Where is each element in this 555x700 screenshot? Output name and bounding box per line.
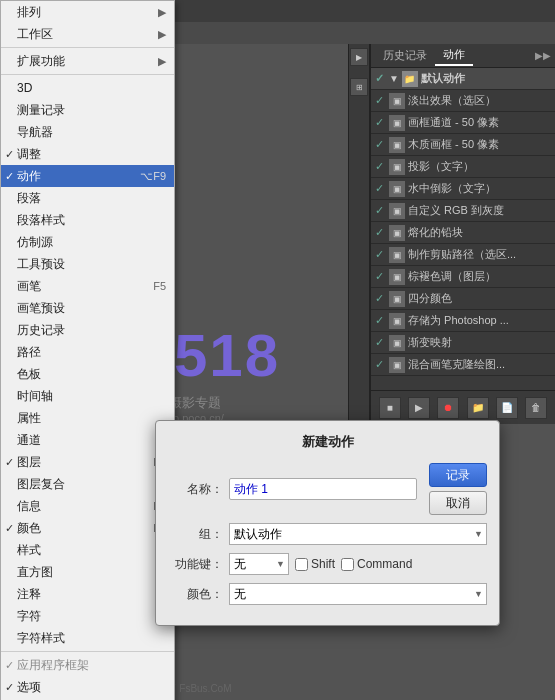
action-row-2[interactable]: ✓ ▣ 木质画框 - 50 像素 (371, 134, 555, 156)
action-check-2: ✓ (375, 138, 389, 151)
action-row-7[interactable]: ✓ ▣ 制作剪贴路径（选区... (371, 244, 555, 266)
action-row-11[interactable]: ✓ ▣ 渐变映射 (371, 332, 555, 354)
dialog-group-row: 组： 默认动作 ▼ (168, 523, 487, 545)
menu-item-options[interactable]: ✓ 选项 (1, 676, 174, 698)
menu-item-history[interactable]: 历史记录 (1, 319, 174, 341)
menu-item-navigator[interactable]: 导航器 (1, 121, 174, 143)
menu-item-character-style[interactable]: 字符样式 (1, 627, 174, 649)
menu-item-workspace[interactable]: 工作区 ▶ (1, 23, 174, 45)
action-set-header[interactable]: ✓ ▼ 📁 默认动作 (371, 68, 555, 90)
menu-item-extension[interactable]: 扩展功能 ▶ (1, 50, 174, 72)
action-name-3: 投影（文字） (408, 159, 551, 174)
panel-play-btn[interactable]: ▶ (408, 397, 430, 419)
action-check-5: ✓ (375, 204, 389, 217)
menu-item-actions[interactable]: ✓ 动作 ⌥F9 (1, 165, 174, 187)
action-check-1: ✓ (375, 116, 389, 129)
action-row-6[interactable]: ✓ ▣ 熔化的铅块 (371, 222, 555, 244)
dialog-buttons: 记录 取消 (429, 463, 487, 515)
panel-delete-btn[interactable]: 🗑 (525, 397, 547, 419)
action-name-9: 四分颜色 (408, 291, 551, 306)
menu-item-adjust[interactable]: ✓ 调整 (1, 143, 174, 165)
menu-item-timeline[interactable]: 时间轴 (1, 385, 174, 407)
actions-shortcut: ⌥F9 (140, 170, 166, 183)
menu-item-paragraph-style[interactable]: 段落样式 (1, 209, 174, 231)
dialog-color-select[interactable]: 无 红色橙色黄色 绿色蓝色紫色灰色 (229, 583, 487, 605)
action-row-3[interactable]: ✓ ▣ 投影（文字） (371, 156, 555, 178)
panel-expand-icon[interactable]: ▶▶ (535, 50, 551, 61)
menu-item-channels[interactable]: 通道 (1, 429, 174, 451)
panel-stop-btn[interactable]: ■ (379, 397, 401, 419)
dialog-function-key-label: 功能键： (168, 556, 223, 573)
action-check-3: ✓ (375, 160, 389, 173)
action-name-6: 熔化的铅块 (408, 225, 551, 240)
menu-item-arrange-label: 排列 (17, 4, 41, 21)
action-set-folder-icon: 📁 (402, 71, 418, 87)
action-check-8: ✓ (375, 270, 389, 283)
menu-item-measure[interactable]: 测量记录 (1, 99, 174, 121)
menu-item-info[interactable]: 信息 F8 (1, 495, 174, 517)
action-icon-12: ▣ (389, 357, 405, 373)
tab-history[interactable]: 历史记录 (375, 46, 435, 65)
record-button[interactable]: 记录 (429, 463, 487, 487)
dialog-color-label: 颜色： (168, 586, 223, 603)
side-icon-1[interactable]: ▶ (350, 48, 368, 66)
menu-item-3d[interactable]: 3D (1, 77, 174, 99)
panel-record-btn[interactable]: ⏺ (437, 397, 459, 419)
action-row-0[interactable]: ✓ ▣ 淡出效果（选区） (371, 90, 555, 112)
action-row-4[interactable]: ✓ ▣ 水中倒影（文字） (371, 178, 555, 200)
action-row-1[interactable]: ✓ ▣ 画框通道 - 50 像素 (371, 112, 555, 134)
menu-item-layers[interactable]: ✓ 图层 F7 (1, 451, 174, 473)
panel-new-set-btn[interactable]: 📁 (467, 397, 489, 419)
tab-actions[interactable]: 动作 (435, 45, 473, 66)
menu-item-histogram[interactable]: 直方图 (1, 561, 174, 583)
menu-item-adjust-label: 调整 (17, 146, 41, 163)
dialog-name-input[interactable] (229, 478, 417, 500)
actions-list: ✓ ▼ 📁 默认动作 ✓ ▣ 淡出效果（选区） ✓ ▣ 画框通道 - 50 像素… (371, 68, 555, 390)
menu-item-paragraph[interactable]: 段落 (1, 187, 174, 209)
menu-item-app-frame[interactable]: ✓ 应用程序框架 (1, 654, 174, 676)
action-name-2: 木质画框 - 50 像素 (408, 137, 551, 152)
action-check-11: ✓ (375, 336, 389, 349)
dialog-name-row: 名称： 记录 取消 (168, 463, 487, 515)
menu-item-styles[interactable]: 样式 (1, 539, 174, 561)
menu-item-brush-preset[interactable]: 画笔预设 (1, 297, 174, 319)
command-checkbox[interactable] (341, 558, 354, 571)
panel-new-action-btn[interactable]: 📄 (496, 397, 518, 419)
menu-item-brush[interactable]: 画笔 F5 (1, 275, 174, 297)
menu-item-character[interactable]: 字符 (1, 605, 174, 627)
action-row-8[interactable]: ✓ ▣ 棕褪色调（图层） (371, 266, 555, 288)
dialog-function-key-select[interactable]: 无 F2F3F4 F5F6F7 F8F9F10 F11F12 (229, 553, 289, 575)
menu-item-tool-preset[interactable]: 工具预设 (1, 253, 174, 275)
dialog-group-select[interactable]: 默认动作 (229, 523, 487, 545)
layers-check-icon: ✓ (5, 456, 14, 469)
menu-item-notes[interactable]: 注释 (1, 583, 174, 605)
action-icon-9: ▣ (389, 291, 405, 307)
dialog-title: 新建动作 (168, 433, 487, 451)
menu-item-color[interactable]: ✓ 颜色 F6 (1, 517, 174, 539)
action-row-12[interactable]: ✓ ▣ 混合画笔克隆绘图... (371, 354, 555, 376)
menu-item-clone-source[interactable]: 仿制源 (1, 231, 174, 253)
side-icon-2[interactable]: ⊞ (350, 78, 368, 96)
action-check-7: ✓ (375, 248, 389, 261)
menu-item-layer-comps[interactable]: 图层复合 (1, 473, 174, 495)
action-name-5: 自定义 RGB 到灰度 (408, 203, 551, 218)
menu-item-swatches[interactable]: 色板 (1, 363, 174, 385)
menu-item-paths-label: 路径 (17, 344, 41, 361)
shift-checkbox[interactable] (295, 558, 308, 571)
menu-divider-1 (1, 47, 174, 48)
cancel-button[interactable]: 取消 (429, 491, 487, 515)
menu-item-measure-label: 测量记录 (17, 102, 65, 119)
action-name-8: 棕褪色调（图层） (408, 269, 551, 284)
action-icon-11: ▣ (389, 335, 405, 351)
menu-item-clone-source-label: 仿制源 (17, 234, 53, 251)
menu-item-arrange[interactable]: 排列 ▶ (1, 1, 174, 23)
menu-item-paths[interactable]: 路径 (1, 341, 174, 363)
action-check-10: ✓ (375, 314, 389, 327)
action-check-4: ✓ (375, 182, 389, 195)
action-row-10[interactable]: ✓ ▣ 存储为 Photoshop ... (371, 310, 555, 332)
action-icon-4: ▣ (389, 181, 405, 197)
action-row-5[interactable]: ✓ ▣ 自定义 RGB 到灰度 (371, 200, 555, 222)
menu-item-properties[interactable]: 属性 (1, 407, 174, 429)
action-name-4: 水中倒影（文字） (408, 181, 551, 196)
action-row-9[interactable]: ✓ ▣ 四分颜色 (371, 288, 555, 310)
